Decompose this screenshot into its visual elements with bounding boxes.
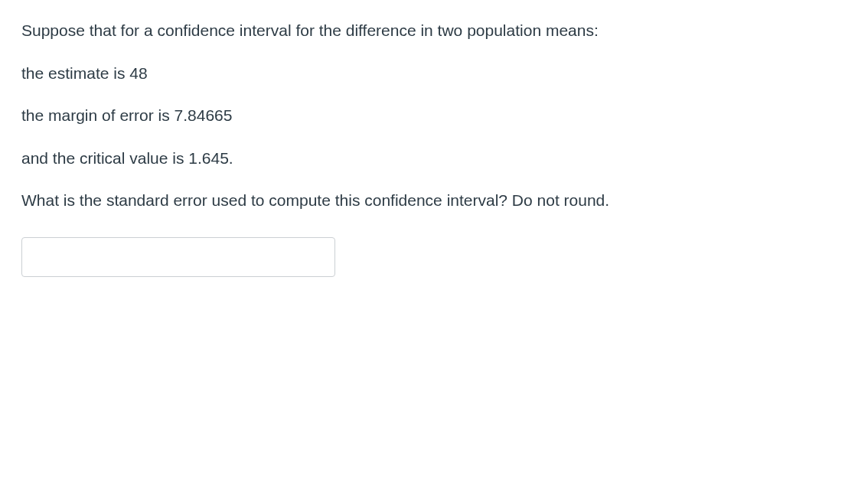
question-prompt: What is the standard error used to compu… xyxy=(21,188,847,213)
answer-input[interactable] xyxy=(21,237,335,277)
estimate-line: the estimate is 48 xyxy=(21,61,847,86)
question-intro: Suppose that for a confidence interval f… xyxy=(21,18,847,43)
margin-line: the margin of error is 7.84665 xyxy=(21,103,847,128)
critical-line: and the critical value is 1.645. xyxy=(21,146,847,171)
question-block: Suppose that for a confidence interval f… xyxy=(21,18,847,277)
